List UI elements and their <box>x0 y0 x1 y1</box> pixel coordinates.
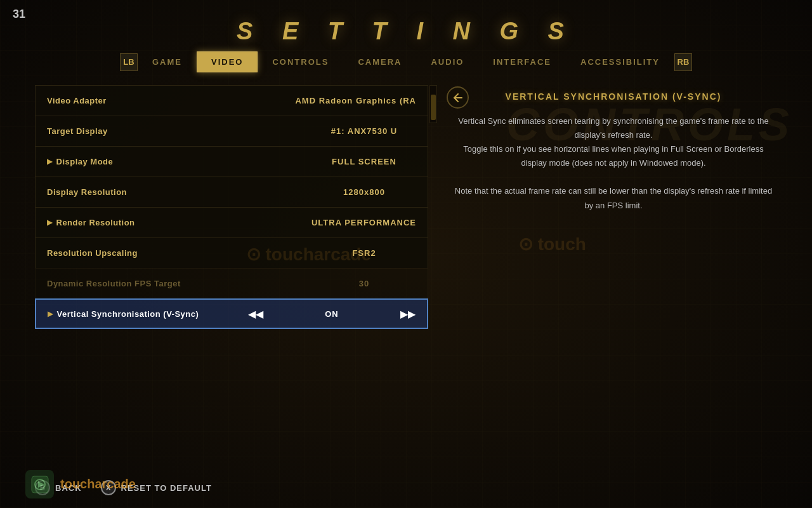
tab-accessibility[interactable]: ACCESSIBILITY <box>566 51 674 72</box>
description-panel: VERTICAL SYNCHRONISATION (V-SYNC) Vertic… <box>450 85 777 471</box>
setting-name-resolution-upscaling: Resolution Upscaling <box>36 248 301 258</box>
tab-controls[interactable]: CONTROLS <box>258 51 343 72</box>
setting-value-display-mode: FULL SCREEN <box>301 157 428 166</box>
setting-row-resolution-upscaling[interactable]: Resolution Upscaling FSR2 <box>35 237 428 268</box>
back-icon <box>453 93 463 103</box>
back-button-icon: B <box>35 480 50 495</box>
reset-button-icon: X <box>101 480 116 495</box>
setting-name-dynamic-fps: Dynamic Resolution FPS Target <box>36 279 301 288</box>
setting-row-target-display[interactable]: Target Display #1: ANX7530 U <box>35 116 428 146</box>
back-button[interactable]: B Back <box>35 480 82 495</box>
setting-value-vsync: ON <box>268 309 395 319</box>
setting-name-target-display: Target Display <box>36 126 301 136</box>
arrow-indicator-display-mode: ▶ <box>47 157 53 166</box>
scrollbar-track[interactable] <box>429 85 437 123</box>
page-counter: 31 <box>13 8 25 21</box>
setting-name-render-resolution: ▶ Render Resolution <box>36 218 300 227</box>
settings-list-container: Video Adapter AMD Radeon Graphics (RA Ta… <box>35 85 437 471</box>
setting-value-display-resolution: 812x508 <box>301 187 428 197</box>
tab-nav-right-button[interactable]: RB <box>674 53 692 71</box>
setting-row-display-mode[interactable]: ▶ Display Mode FULL SCREEN <box>35 146 428 177</box>
main-container: S E T T I N G S LB GAME VIDEO CONTROLS C… <box>0 0 812 508</box>
setting-row-display-resolution[interactable]: Display Resolution 812x508 <box>35 177 428 207</box>
back-to-top-button[interactable] <box>447 86 469 109</box>
tab-audio[interactable]: AUDIO <box>416 51 478 72</box>
vsync-value-controls: ◀◀ ON ▶▶ <box>237 308 427 320</box>
vsync-right-arrow[interactable]: ▶▶ <box>395 308 421 320</box>
setting-value-target-display: #1: ANX7530 U <box>301 126 428 136</box>
setting-row-dynamic-fps: Dynamic Resolution FPS Target 30 <box>35 268 428 298</box>
setting-value-resolution-upscaling: FSR2 <box>301 248 428 258</box>
bottom-bar: B Back X Reset to Default <box>0 471 812 508</box>
description-title: VERTICAL SYNCHRONISATION (V-SYNC) <box>450 91 777 102</box>
tab-navigation: LB GAME VIDEO CONTROLS CAMERA AUDIO INTE… <box>0 51 812 72</box>
scrollbar-thumb <box>431 95 436 120</box>
content-area: Video Adapter AMD Radeon Graphics (RA Ta… <box>0 85 812 471</box>
tab-video[interactable]: VIDEO <box>197 51 258 72</box>
setting-name-display-resolution: Display Resolution <box>36 187 301 197</box>
setting-name-vsync: ▶ Vertical Synchronisation (V-Sync) <box>36 309 237 319</box>
setting-row-video-adapter[interactable]: Video Adapter AMD Radeon Graphics (RA <box>35 85 428 116</box>
settings-panel: Video Adapter AMD Radeon Graphics (RA Ta… <box>35 85 428 471</box>
tab-camera[interactable]: CAMERA <box>343 51 416 72</box>
scrollbar <box>429 85 437 471</box>
page-title: S E T T I N G S <box>0 0 812 51</box>
arrow-indicator-vsync: ▶ <box>48 310 53 318</box>
tab-nav-left-button[interactable]: LB <box>120 53 138 71</box>
arrow-indicator-render-resolution: ▶ <box>47 218 53 227</box>
reset-button[interactable]: X Reset to Default <box>101 480 212 495</box>
back-button-label: Back <box>55 483 82 493</box>
vsync-left-arrow[interactable]: ◀◀ <box>243 308 268 320</box>
setting-value-video-adapter: AMD Radeon Graphics (RA <box>284 96 428 105</box>
reset-button-label: Reset to Default <box>121 483 212 493</box>
description-text: Vertical Sync eliminates screen tearing … <box>450 114 777 213</box>
tab-game[interactable]: GAME <box>138 51 197 72</box>
setting-row-vsync[interactable]: ▶ Vertical Synchronisation (V-Sync) ◀◀ O… <box>35 298 428 329</box>
tab-interface[interactable]: INTERFACE <box>478 51 566 72</box>
setting-value-render-resolution: ULTRA PERFORMANCE <box>300 218 428 227</box>
setting-name-video-adapter: Video Adapter <box>36 96 284 105</box>
setting-name-display-mode: ▶ Display Mode <box>36 157 301 166</box>
setting-row-render-resolution[interactable]: ▶ Render Resolution ULTRA PERFORMANCE <box>35 207 428 237</box>
setting-value-dynamic-fps: 30 <box>301 279 428 288</box>
